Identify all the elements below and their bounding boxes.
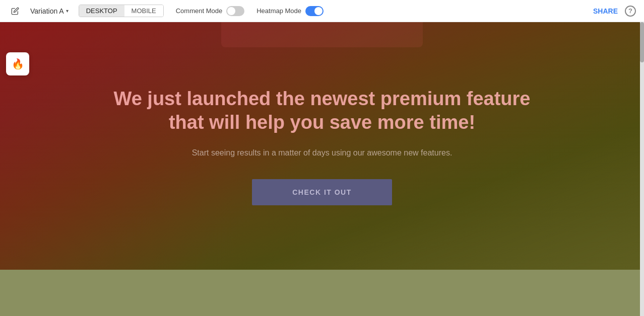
comment-mode-label: Comment Mode (176, 7, 222, 15)
content-area: We just launched the newest premium feat… (0, 22, 644, 316)
mobile-button[interactable]: MOBILE (124, 5, 163, 17)
hero-subtext: Start seeing results in a matter of days… (192, 147, 453, 159)
help-icon: ? (628, 7, 632, 15)
comment-mode-group: Comment Mode (176, 6, 244, 16)
edit-button[interactable] (8, 4, 22, 18)
variation-label: Variation A (30, 7, 64, 15)
variation-selector[interactable]: Variation A ▾ (30, 7, 69, 15)
topbar-right: SHARE ? (593, 6, 636, 17)
topbar: Variation A ▾ DESKTOP MOBILE Comment Mod… (0, 0, 644, 22)
desktop-button[interactable]: DESKTOP (79, 5, 124, 17)
comment-mode-toggle[interactable] (226, 6, 244, 16)
heatmap-mode-toggle[interactable] (305, 6, 324, 16)
hero-section: We just launched the newest premium feat… (0, 22, 644, 270)
hero-heading: We just launched the newest premium feat… (113, 87, 530, 135)
device-toggle: DESKTOP MOBILE (79, 5, 164, 17)
heatmap-mode-group: Heatmap Mode (256, 6, 324, 16)
fire-button[interactable]: 🔥 (6, 52, 29, 75)
share-button[interactable]: SHARE (593, 7, 618, 15)
fire-icon: 🔥 (12, 58, 24, 70)
scrollbar-track (640, 22, 644, 316)
cta-button[interactable]: CHECK IT OUT (252, 179, 392, 205)
scrollbar-thumb[interactable] (640, 22, 644, 62)
heatmap-mode-label: Heatmap Mode (256, 7, 301, 15)
chevron-down-icon: ▾ (66, 8, 69, 14)
hero-top-strip (221, 22, 423, 47)
help-button[interactable]: ? (625, 6, 636, 17)
below-hero-section (0, 270, 644, 316)
